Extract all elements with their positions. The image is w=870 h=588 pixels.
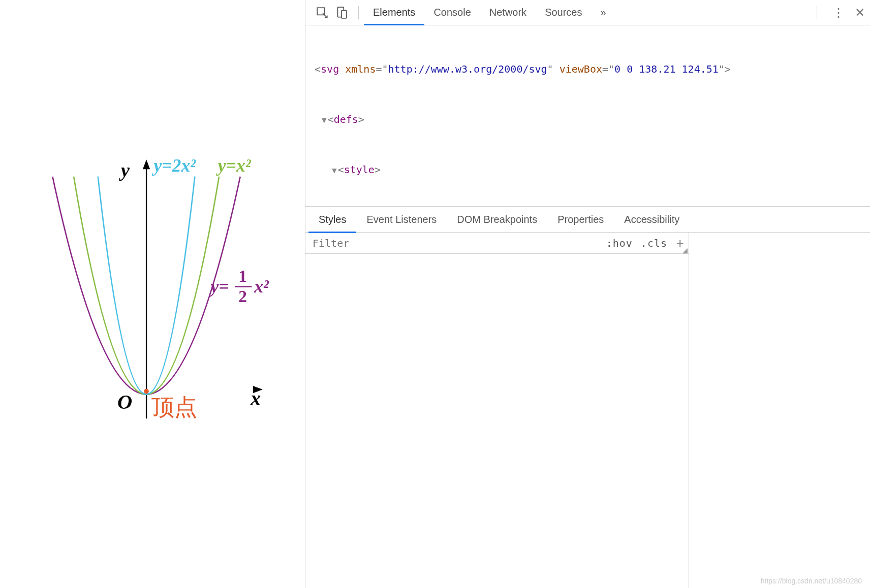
svg-point-3 — [144, 389, 149, 394]
tab-network[interactable]: Network — [480, 0, 536, 25]
vertex-label: 顶点 — [151, 395, 197, 420]
svg-rect-7 — [341, 10, 347, 18]
tab-elements[interactable]: Elements — [364, 0, 424, 25]
svg-preview-pane: y y=2x² y=x² y= 1 2 x² O x 顶点 — [0, 0, 305, 588]
styles-panel: :hov .cls + — [305, 233, 870, 588]
btab-properties[interactable]: Properties — [547, 206, 614, 233]
parabola-graph: y y=2x² y=x² y= 1 2 x² O x 顶点 — [20, 152, 285, 439]
btab-event-listeners[interactable]: Event Listeners — [356, 206, 447, 233]
tab-more[interactable]: » — [592, 0, 615, 25]
tab-sources[interactable]: Sources — [536, 0, 591, 25]
hov-toggle[interactable]: :hov — [602, 237, 637, 249]
styles-filter-input[interactable] — [305, 237, 602, 249]
cls-toggle[interactable]: .cls — [637, 237, 671, 249]
devtools-panel: Elements Console Network Sources » ⋮ ✕ <… — [305, 0, 870, 588]
resizer-icon[interactable] — [682, 248, 688, 253]
btab-dom-breakpoints[interactable]: DOM Breakpoints — [447, 206, 547, 233]
close-icon[interactable]: ✕ — [855, 6, 865, 20]
svg-marker-1 — [143, 159, 150, 169]
tab-console[interactable]: Console — [424, 0, 480, 25]
x-axis-label: x — [250, 387, 261, 410]
elements-dom-tree[interactable]: <svg xmlns="http://www.w3.org/2000/svg" … — [305, 25, 870, 206]
kebab-icon[interactable]: ⋮ — [832, 6, 845, 20]
device-toggle-icon[interactable] — [335, 6, 348, 19]
btab-accessibility[interactable]: Accessibility — [614, 206, 690, 233]
watermark: https://blog.csdn.net/u10840280 — [761, 577, 862, 585]
fraction-top: 1 — [238, 267, 247, 285]
styles-tabs: Styles Event Listeners DOM Breakpoints P… — [305, 206, 870, 233]
curve-label-purple-prefix: y= — [208, 276, 229, 297]
curve-label-purple-suffix: x² — [254, 276, 269, 297]
curve-label-green: y=x² — [216, 155, 252, 176]
btab-styles[interactable]: Styles — [308, 206, 356, 233]
devtools-toolbar: Elements Console Network Sources » ⋮ ✕ — [305, 0, 870, 25]
y-axis-label: y — [119, 159, 130, 181]
origin-label: O — [117, 390, 132, 413]
fraction-bot: 2 — [238, 287, 247, 306]
inspect-icon[interactable] — [316, 6, 329, 19]
curve-label-blue: y=2x² — [151, 155, 196, 176]
